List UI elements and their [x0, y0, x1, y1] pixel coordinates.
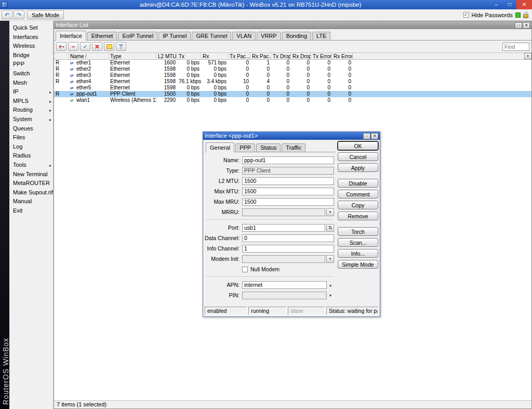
- column-header[interactable]: Name/: [69, 53, 109, 59]
- pin-input[interactable]: [242, 292, 327, 299]
- column-header[interactable]: Type/: [109, 53, 156, 59]
- collapse-arrow-icon[interactable]: ▲: [327, 283, 334, 287]
- apn-input[interactable]: [242, 281, 327, 289]
- dialog-button[interactable]: Copy: [338, 201, 378, 209]
- expand-arrow-icon[interactable]: ▼: [327, 294, 334, 297]
- column-header[interactable]: Tx/: [177, 53, 201, 59]
- sidebar-item[interactable]: Routing ▸: [9, 105, 53, 115]
- dialog-button[interactable]: Comment: [338, 190, 378, 199]
- l2mtu-input[interactable]: [242, 177, 334, 185]
- sidebar-item[interactable]: Queues ▸: [9, 124, 53, 134]
- dialog-button[interactable]: Disable: [338, 179, 378, 188]
- tab[interactable]: Interface: [56, 31, 86, 41]
- find-input[interactable]: [502, 43, 529, 51]
- dialog-button[interactable]: Cancel: [338, 152, 378, 161]
- dialog-close-button[interactable]: ✕: [371, 133, 378, 139]
- tab[interactable]: Traffic: [282, 143, 305, 152]
- table-row[interactable]: ether5 Ethernet 1598 0 bps 0 bps 0 0 0 0…: [54, 85, 531, 91]
- table-row[interactable]: R ether2 Ethernet 1598 0 bps 0 bps 0 0 0…: [54, 66, 531, 72]
- modem-init-input[interactable]: [242, 255, 325, 263]
- tab[interactable]: Bonding: [282, 32, 311, 40]
- tab[interactable]: VLAN: [232, 32, 256, 40]
- column-selector-button[interactable]: ▼: [524, 53, 531, 59]
- remove-button[interactable]: −: [68, 42, 78, 51]
- table-row[interactable]: R ppp-out1 PPP Client 1500 0 bps 0 bps 0…: [54, 91, 531, 97]
- column-header[interactable]: Rx/: [201, 53, 228, 59]
- column-header[interactable]: Rx Drops/: [291, 53, 311, 59]
- sidebar-item[interactable]: MetaROUTER ▸: [9, 179, 53, 188]
- dialog-restore-button[interactable]: □: [363, 133, 370, 139]
- tab[interactable]: VRRP: [257, 32, 281, 40]
- dialog-button[interactable]: Simple Mode: [338, 260, 378, 269]
- name-input[interactable]: [242, 156, 334, 164]
- hide-passwords-checkbox[interactable]: ✓: [463, 12, 469, 18]
- dialog-titlebar[interactable]: Interface <ppp-out1> □ ✕: [203, 132, 380, 140]
- sidebar-item[interactable]: PPP ▸: [9, 60, 53, 69]
- tab[interactable]: IP Tunnel: [158, 32, 191, 40]
- port-spinner-button[interactable]: ⇅: [326, 224, 334, 232]
- table-row[interactable]: R ether3 Ethernet 1598 0 bps 0 bps 0 0 0…: [54, 72, 531, 78]
- sidebar-item[interactable]: Mesh ▸: [9, 78, 53, 88]
- dialog-button[interactable]: OK: [338, 141, 378, 150]
- table-row[interactable]: R ether1 Ethernet 1600 0 bps 571 bps 0 1…: [54, 60, 531, 66]
- close-button[interactable]: ✕: [516, 0, 532, 9]
- sidebar-item[interactable]: New Terminal ▸: [9, 170, 53, 179]
- tab[interactable]: General: [206, 142, 234, 152]
- max-mtu-input[interactable]: [242, 188, 334, 195]
- filter-button[interactable]: [116, 42, 126, 51]
- column-header[interactable]: Rx Errors/: [332, 53, 353, 59]
- sidebar-item[interactable]: Files ▸: [9, 133, 53, 142]
- column-header[interactable]: Tx Errors/: [311, 53, 332, 59]
- dialog-button[interactable]: Remove: [338, 212, 378, 220]
- tab[interactable]: GRE Tunnel: [192, 32, 231, 40]
- safe-mode-button[interactable]: Safe Mode: [27, 10, 64, 19]
- sidebar-item[interactable]: Tools ▸: [9, 161, 53, 170]
- sidebar-item[interactable]: Bridge ▸: [9, 51, 53, 60]
- tab[interactable]: LTE: [312, 32, 330, 40]
- mrru-dropdown-button[interactable]: ▼: [326, 208, 334, 216]
- data-channel-input[interactable]: [242, 234, 334, 242]
- dialog-button[interactable]: Apply: [338, 163, 378, 172]
- sidebar-item[interactable]: Exit ▸: [9, 206, 53, 216]
- sidebar-item[interactable]: Wireless ▸: [9, 42, 53, 51]
- tab[interactable]: EoIP Tunnel: [118, 32, 157, 40]
- sidebar-item[interactable]: Switch ▸: [9, 69, 53, 78]
- tab[interactable]: Status: [256, 143, 281, 152]
- sidebar-item[interactable]: System ▸: [9, 115, 53, 124]
- sidebar-item[interactable]: Radius ▸: [9, 151, 53, 161]
- info-channel-input[interactable]: [242, 245, 334, 253]
- table-row[interactable]: wlan1 Wireless (Atheros 11N) 2290 0 bps …: [54, 97, 531, 103]
- dialog-button[interactable]: Scan...: [338, 238, 378, 247]
- comment-button[interactable]: [104, 42, 114, 51]
- dialog-button[interactable]: Info...: [338, 249, 378, 258]
- close-window-button[interactable]: ✕: [523, 22, 530, 29]
- dialog-button[interactable]: Torch: [338, 227, 378, 236]
- sidebar-item[interactable]: Manual ▸: [9, 197, 53, 206]
- table-row[interactable]: R ether4 Ethernet 1598 76.1 kbps 3.4 kbp…: [54, 78, 531, 85]
- mrru-input[interactable]: [242, 208, 325, 216]
- restore-window-button[interactable]: □: [515, 22, 522, 29]
- sidebar-item[interactable]: Log ▸: [9, 142, 53, 152]
- flag-column-header[interactable]: [54, 53, 69, 59]
- sidebar-item[interactable]: MPLS ▸: [9, 97, 53, 106]
- sidebar-item[interactable]: Quick Set ▸: [9, 23, 53, 33]
- column-header[interactable]: L2 MTU/: [156, 53, 177, 59]
- sidebar-item[interactable]: IP ▸: [9, 87, 53, 97]
- add-button[interactable]: + ▾: [56, 42, 66, 51]
- column-header[interactable]: Tx Pac.../: [228, 53, 250, 59]
- column-header[interactable]: Rx Pac.../: [250, 53, 271, 59]
- minimize-button[interactable]: –: [489, 0, 503, 9]
- disable-button[interactable]: ✕: [92, 42, 102, 51]
- modem-init-dropdown-button[interactable]: ▼: [326, 255, 334, 263]
- maximize-button[interactable]: □: [503, 0, 516, 9]
- port-input[interactable]: [242, 224, 325, 232]
- redo-button[interactable]: ↷: [14, 10, 24, 19]
- enable-button[interactable]: ✓: [80, 42, 90, 51]
- column-header[interactable]: Tx Drops/: [271, 53, 291, 59]
- tab[interactable]: Ethernet: [87, 32, 117, 40]
- max-mru-input[interactable]: [242, 198, 334, 206]
- sidebar-item[interactable]: Interfaces ▸: [9, 33, 53, 42]
- undo-button[interactable]: ↶: [2, 10, 12, 19]
- sidebar-item[interactable]: Make Supout.rif ▸: [9, 188, 53, 197]
- interface-list-titlebar[interactable]: Interface List □ ✕: [54, 21, 531, 29]
